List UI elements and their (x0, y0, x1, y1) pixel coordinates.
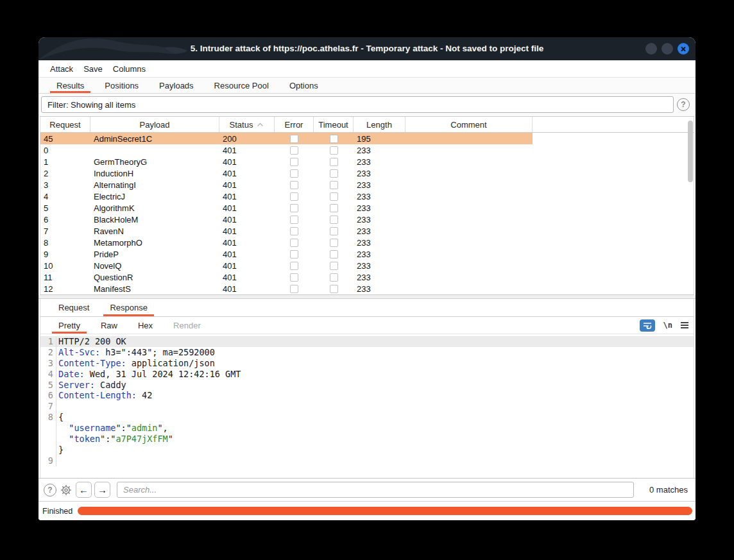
search-settings-gear-icon[interactable] (60, 484, 73, 496)
payload-cell: RavenN (90, 225, 219, 237)
line-content: "token":"a7P47jXfFM" (56, 434, 694, 445)
timeout-checkbox[interactable] (330, 158, 338, 166)
table-scrollbar-thumb[interactable] (688, 121, 693, 182)
error-checkbox[interactable] (290, 285, 298, 293)
error-checkbox[interactable] (290, 135, 298, 143)
tab-options[interactable]: Options (279, 78, 329, 93)
col-header-request[interactable]: Request (40, 117, 90, 132)
tab-positions[interactable]: Positions (94, 78, 149, 93)
error-checkbox[interactable] (290, 227, 298, 235)
error-checkbox[interactable] (290, 192, 298, 201)
line-number: 3 (40, 358, 56, 369)
tab-hex[interactable]: Hex (128, 317, 163, 334)
timeout-checkbox[interactable] (330, 192, 338, 201)
tab-request[interactable]: Request (48, 299, 99, 316)
code-line: "username":"admin", (40, 423, 694, 434)
length-cell: 233 (354, 237, 405, 248)
filter-help-icon[interactable]: ? (677, 98, 690, 111)
payload-cell: MetamorphO (90, 237, 219, 248)
table-row[interactable]: 3AlternatingI401233 (40, 179, 533, 191)
error-checkbox[interactable] (290, 216, 298, 224)
tab-response[interactable]: Response (99, 299, 158, 316)
error-checkbox-cell (275, 271, 314, 283)
table-row[interactable]: 0401233 (40, 144, 533, 156)
word-wrap-icon[interactable] (640, 319, 655, 332)
table-row[interactable]: 4ElectricJ401233 (40, 191, 533, 202)
next-match-button[interactable]: → (94, 482, 110, 498)
col-header-length[interactable]: Length (354, 117, 405, 132)
minimize-button[interactable] (645, 43, 657, 55)
newline-icon[interactable]: \n (663, 321, 672, 330)
table-row[interactable]: 5AlgorithmK401233 (40, 202, 533, 214)
tab-results[interactable]: Results (46, 78, 94, 93)
filter-bar: Filter: Showing all items ? (38, 94, 696, 115)
timeout-checkbox[interactable] (330, 169, 338, 178)
status-cell: 401 (219, 260, 275, 271)
col-header-status[interactable]: Status (219, 117, 275, 132)
timeout-checkbox[interactable] (330, 227, 338, 235)
menu-save[interactable]: Save (78, 60, 108, 77)
error-checkbox[interactable] (290, 204, 298, 212)
col-header-payload[interactable]: Payload (90, 117, 219, 132)
col-header-error[interactable]: Error (275, 117, 314, 132)
filter-input[interactable]: Filter: Showing all items (41, 96, 674, 113)
table-row[interactable]: 12ManifestS401233 (40, 283, 533, 294)
view-mode-tabs: Pretty Raw Hex Render \n (40, 317, 694, 334)
code-line: 6Content-Length: 42 (40, 390, 694, 401)
error-checkbox[interactable] (290, 239, 298, 247)
tab-raw[interactable]: Raw (90, 317, 128, 334)
length-cell: 233 (354, 167, 405, 179)
tab-pretty[interactable]: Pretty (48, 317, 90, 334)
results-table: Request Payload Status Error Timeout Len… (40, 116, 694, 295)
timeout-checkbox[interactable] (330, 146, 338, 155)
timeout-checkbox[interactable] (330, 262, 338, 270)
col-header-comment[interactable]: Comment (405, 117, 533, 132)
request-cell: 45 (40, 133, 90, 144)
error-checkbox[interactable] (290, 146, 298, 155)
timeout-checkbox[interactable] (330, 181, 338, 189)
timeout-checkbox[interactable] (330, 135, 338, 143)
tab-resource-pool[interactable]: Resource Pool (204, 78, 279, 93)
timeout-checkbox[interactable] (330, 216, 338, 224)
table-row[interactable]: 7RavenN401233 (40, 225, 533, 237)
length-cell: 233 (354, 156, 405, 167)
length-cell: 233 (354, 191, 405, 202)
error-checkbox[interactable] (290, 158, 298, 166)
menu-icon[interactable] (681, 322, 688, 328)
error-checkbox[interactable] (290, 273, 298, 282)
length-cell: 233 (354, 214, 405, 225)
table-row[interactable]: 11QuestionR401233 (40, 271, 533, 283)
search-help-icon[interactable]: ? (44, 484, 56, 496)
status-cell: 401 (219, 167, 275, 179)
code-line: "token":"a7P47jXfFM" (40, 434, 694, 445)
timeout-checkbox[interactable] (330, 239, 338, 247)
table-row[interactable]: 9PrideP401233 (40, 248, 533, 260)
table-row[interactable]: 1GermTheoryG401233 (40, 156, 533, 167)
error-checkbox[interactable] (290, 181, 298, 189)
close-button[interactable] (678, 43, 689, 55)
timeout-checkbox[interactable] (330, 285, 338, 293)
error-checkbox-cell (275, 144, 314, 156)
error-checkbox[interactable] (290, 169, 298, 178)
timeout-checkbox[interactable] (330, 273, 338, 282)
error-checkbox[interactable] (290, 262, 298, 270)
menu-columns[interactable]: Columns (108, 60, 151, 77)
table-row[interactable]: 8MetamorphO401233 (40, 237, 533, 248)
error-checkbox-cell (275, 237, 314, 248)
table-row[interactable]: 6BlackHoleM401233 (40, 214, 533, 225)
maximize-button[interactable] (661, 43, 673, 55)
table-row[interactable]: 2InductionH401233 (40, 167, 533, 179)
menu-attack[interactable]: Attack (45, 60, 78, 77)
status-cell: 401 (219, 237, 275, 248)
tab-payloads[interactable]: Payloads (149, 78, 203, 93)
table-row[interactable]: 45AdminSecret1C200195 (40, 133, 533, 144)
col-header-timeout[interactable]: Timeout (314, 117, 354, 132)
previous-match-button[interactable]: ← (76, 482, 92, 498)
tab-render: Render (163, 317, 211, 334)
timeout-checkbox[interactable] (330, 250, 338, 259)
payload-cell: BlackHoleM (90, 214, 219, 225)
error-checkbox[interactable] (290, 250, 298, 259)
search-input[interactable]: Search... (117, 482, 634, 498)
timeout-checkbox[interactable] (330, 204, 338, 212)
table-row[interactable]: 10NovelQ401233 (40, 260, 533, 271)
